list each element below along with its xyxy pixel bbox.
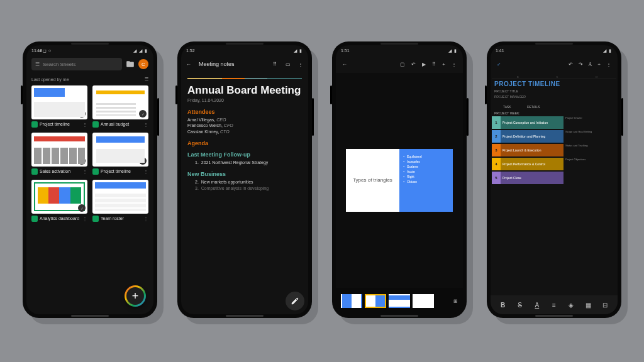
redo-icon[interactable]: ↷ xyxy=(579,62,583,67)
time-label: 1:41 xyxy=(496,48,499,52)
more-icon[interactable]: ⋮ xyxy=(82,122,87,128)
bullet-item: Right xyxy=(403,174,449,179)
confirm-icon[interactable]: ✓ xyxy=(497,62,501,67)
slide-title: Types of triangles xyxy=(353,177,392,184)
more-icon[interactable]: ⋮ xyxy=(143,216,148,222)
list-item: 2. New markets opportunities xyxy=(195,179,302,185)
notif-icon: ▭ xyxy=(37,48,41,52)
add-slide-icon[interactable]: ⊞ xyxy=(453,299,458,304)
slide-thumb[interactable] xyxy=(413,294,434,308)
slide-thumb[interactable] xyxy=(365,294,386,308)
battery-icon: ▮ xyxy=(454,48,458,52)
undo-icon[interactable]: ↶ xyxy=(569,62,573,67)
status-bar: 1:52 ◢▮ xyxy=(181,45,308,55)
format-toolbar: B S A ≡ ◈ ▦ ⊟ xyxy=(491,295,618,314)
cell-icon[interactable]: ▦ xyxy=(583,300,593,310)
offline-icon: ✓ xyxy=(139,157,147,165)
avatar[interactable]: C xyxy=(138,59,148,69)
attendee-line: Francesco Welch, CFO xyxy=(187,123,302,129)
sheets-icon xyxy=(92,216,99,222)
slide: Types of triangles Equilateral Isosceles… xyxy=(346,149,453,212)
status-bar: 1:51 ◢▮ xyxy=(336,45,463,55)
cast-icon[interactable]: ▢ xyxy=(400,62,405,67)
more-icon[interactable]: ⋮ xyxy=(82,216,87,222)
slide-thumb[interactable] xyxy=(341,294,362,308)
more-icon[interactable]: ⋮ xyxy=(143,122,148,128)
doc-heading: Annual Board Meeting xyxy=(187,84,302,97)
accent-bar xyxy=(187,78,302,79)
status-bar: 11:18▭◻○ ◢◢▮ xyxy=(26,45,153,55)
spreadsheet-area[interactable]: BCD PROJECT TIMELINE PROJECT TITLE PROJE… xyxy=(491,73,618,295)
merge-icon[interactable]: ⊟ xyxy=(600,300,610,310)
more-icon[interactable]: ⋮ xyxy=(452,62,457,67)
wifi-icon: ◢ xyxy=(133,48,137,52)
share-icon[interactable]: ⠿ xyxy=(273,62,280,67)
file-card[interactable]: ✓ Sales activation⋮ xyxy=(31,133,87,175)
back-icon[interactable]: ← xyxy=(186,62,194,67)
add-icon[interactable]: + xyxy=(442,62,445,67)
phone-sheets-home: 11:18▭◻○ ◢◢▮ ☰ Search Sheets C Last open… xyxy=(23,41,157,318)
sort-label[interactable]: Last opened by me xyxy=(31,77,69,82)
time-label: 11:18 xyxy=(31,48,35,52)
battery-icon: ▮ xyxy=(145,48,148,52)
present-icon[interactable]: ▶ xyxy=(422,62,426,67)
slide-canvas[interactable]: Types of triangles Equilateral Isosceles… xyxy=(336,73,463,288)
view-toggle-icon[interactable]: ☰ xyxy=(145,77,148,82)
bullet-item: Equilateral xyxy=(403,154,449,159)
file-card[interactable]: ✓ Annual budget⋮ xyxy=(92,85,148,128)
more-icon[interactable]: ⋮ xyxy=(82,169,87,175)
offline-icon: ✓ xyxy=(78,204,86,212)
phone-slides-editor: 1:51 ◢▮ ← ▢ ↶ ▶ ⠿ + ⋮ Types of triangles… xyxy=(332,41,467,318)
wifi-icon: ◢ xyxy=(603,48,607,52)
search-input[interactable]: ☰ Search Sheets xyxy=(31,58,122,70)
edit-fab[interactable] xyxy=(286,292,304,310)
offline-icon: ✓ xyxy=(78,157,86,165)
fill-icon[interactable]: ◈ xyxy=(566,300,576,310)
slide-thumb[interactable] xyxy=(389,294,410,308)
more-icon[interactable]: ⋮ xyxy=(143,169,148,175)
file-card[interactable]: Team roster⋮ xyxy=(92,180,148,222)
add-icon[interactable]: + xyxy=(597,62,601,67)
document-body[interactable]: Annual Board Meeting Friday, 11.04.2020 … xyxy=(181,73,308,314)
offline-icon: ✓ xyxy=(139,110,147,118)
meta-label: PROJECT MANAGER xyxy=(494,95,526,99)
format-icon[interactable]: A xyxy=(589,62,592,67)
align-icon[interactable]: ≡ xyxy=(549,300,559,310)
phase-row[interactable]: 3Project Launch & ExecutionStatus and Tr… xyxy=(492,144,616,156)
strike-icon[interactable]: S xyxy=(515,300,525,310)
attendee-line: Cassian Kinney, CTO xyxy=(187,129,302,135)
more-icon[interactable]: ⋮ xyxy=(606,62,611,67)
file-grid: ✓ Project timeline⋮ ✓ Annual budget⋮ ✓ S… xyxy=(31,85,148,222)
phase-row[interactable]: 2Project Definition and PlanningScope an… xyxy=(492,130,616,143)
notif-icon: ◻ xyxy=(43,48,47,52)
sheets-icon xyxy=(31,121,38,128)
bold-icon[interactable]: B xyxy=(498,300,508,310)
signal-icon: ◢ xyxy=(139,48,143,52)
table-header: TASKDETAILS xyxy=(492,104,616,110)
list-item: 1. 2021 Northwest Regional Strategy xyxy=(195,160,302,166)
share-icon[interactable]: ⠿ xyxy=(432,62,436,67)
file-card[interactable]: ✓ Project timeline⋮ xyxy=(31,85,87,128)
phase-row[interactable]: 4Project Performance & ControlProject Ob… xyxy=(492,158,616,170)
undo-icon[interactable]: ↶ xyxy=(411,62,416,67)
folder-icon[interactable] xyxy=(126,60,135,69)
back-icon[interactable]: ← xyxy=(342,62,347,67)
menu-icon[interactable]: ☰ xyxy=(35,62,40,67)
comment-icon[interactable]: ▭ xyxy=(286,62,293,67)
list-item: 3. Competitive analysis in developing xyxy=(195,185,302,192)
more-icon[interactable]: ⋮ xyxy=(298,62,303,67)
wifi-icon: ◢ xyxy=(294,48,297,52)
sheets-icon xyxy=(92,121,99,128)
section-heading: Attendees xyxy=(187,109,302,115)
phase-row[interactable]: 5Project Close xyxy=(492,172,616,184)
attendee-line: Amal Villegas, CEO xyxy=(187,117,302,123)
text-color-icon[interactable]: A xyxy=(532,300,542,310)
phase-row[interactable]: 1Project Conception and InitiationProjec… xyxy=(492,116,616,129)
phone-sheets-editor: 1:41 ◢▮ ✓ ↶ ↷ A + ⋮ BCD PROJECT TIMELINE… xyxy=(487,41,621,318)
file-card[interactable]: ✓ Project timeline⋮ xyxy=(92,133,148,175)
create-fab[interactable]: + xyxy=(125,285,146,307)
time-label: 1:52 xyxy=(186,48,190,52)
document-title[interactable]: Meeting notes xyxy=(199,61,268,67)
file-card[interactable]: ✓ Analytics dashboard⋮ xyxy=(31,180,87,222)
section-heading: Agenda xyxy=(187,140,302,146)
